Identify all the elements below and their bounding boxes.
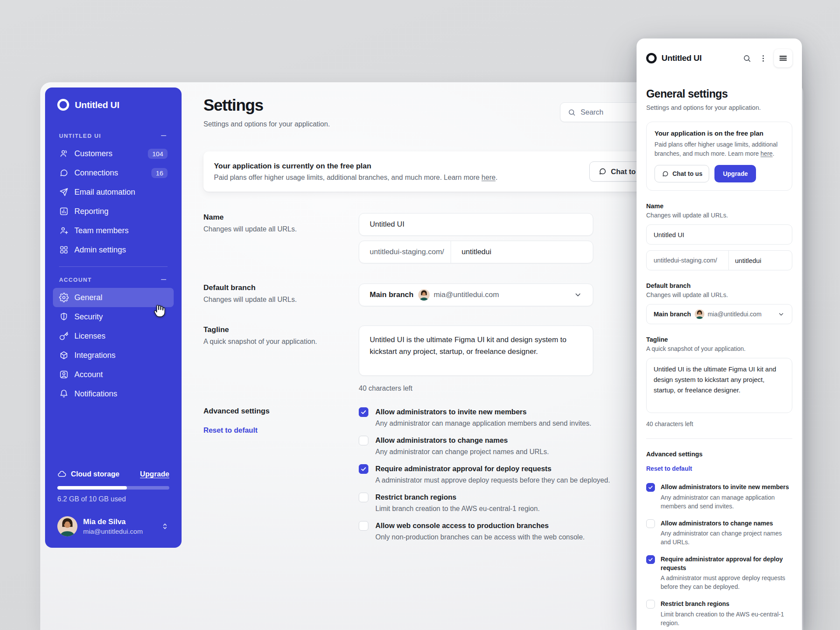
sidebar-item-label: Licenses: [74, 332, 105, 341]
storage-progressbar: [57, 486, 169, 490]
chat-bubble-icon: [598, 167, 607, 176]
app-name-input[interactable]: [359, 213, 593, 236]
learn-more-link[interactable]: here: [760, 150, 773, 157]
bell-icon: [59, 389, 69, 399]
checkbox[interactable]: [646, 555, 655, 564]
checkbox[interactable]: [359, 521, 368, 531]
tagline-textarea[interactable]: Untitled UI is the ultimate Figma UI kit…: [359, 326, 593, 376]
checkbox[interactable]: [359, 464, 368, 474]
sidebar-item-reporting[interactable]: Reporting: [53, 202, 174, 221]
sidebar-item-label: General: [74, 293, 102, 302]
branch-owner-email: mia@untitledui.com: [434, 290, 499, 299]
branch-row: Default branch Changes will update all U…: [203, 284, 665, 306]
storage-usage-text: 6.2 GB of 10 GB used: [57, 495, 169, 503]
option-title: Require administrator approval for deplo…: [661, 555, 792, 572]
user-square-icon: [59, 370, 69, 379]
default-branch-select[interactable]: Main branch mia@untitledui.com: [359, 284, 593, 306]
setting-option-restrict-branch-regions: Restrict branch regions Limit branch cre…: [359, 492, 665, 514]
sidebar-item-licenses[interactable]: Licenses: [53, 326, 174, 346]
cube-icon: [59, 350, 69, 360]
collapse-icon[interactable]: [160, 276, 168, 284]
sidebar-item-email-automation[interactable]: Email automation: [53, 182, 174, 202]
option-title: Allow web console access to production b…: [375, 521, 585, 530]
banner-body: Paid plans offer higher usage limits, ad…: [214, 174, 497, 182]
setting-option-restrict-branch-regions: Restrict branch regions Limit branch cre…: [646, 600, 792, 627]
checkbox[interactable]: [646, 600, 655, 609]
account-switcher[interactable]: Mia de Silva mia@untitledui.com: [53, 516, 174, 536]
field-label-branch: Default branch: [203, 284, 359, 292]
sidebar-item-label: Integrations: [74, 351, 116, 360]
sidebar-item-integrations[interactable]: Integrations: [53, 346, 174, 365]
free-plan-banner: Your application is currently on the fre…: [203, 151, 665, 192]
setting-option-allow-web-console-access-to-production-b: Allow web console access to production b…: [359, 521, 665, 542]
mobile-free-plan-card: Your application is on the free plan Pai…: [646, 122, 792, 191]
sidebar-section-untitled-ui: UNTITLED UI Customers 104 Connections 16…: [53, 129, 174, 259]
field-hint-branch: Changes will update all URLs.: [646, 291, 792, 298]
field-hint-tagline: A quick snapshot of your application.: [646, 345, 792, 352]
tagline-row: Tagline A quick snapshot of your applica…: [203, 326, 665, 392]
character-counter: 40 characters left: [359, 385, 593, 392]
chevron-down-icon: [777, 311, 785, 318]
setting-option-allow-administrators-to-change-names: Allow administrators to change names Any…: [359, 435, 665, 457]
sidebar-item-account[interactable]: Account: [53, 365, 174, 384]
checkbox[interactable]: [359, 436, 368, 445]
sidebar-item-notifications[interactable]: Notifications: [53, 384, 174, 403]
name-row: Name Changes will update all URLs. untit…: [203, 213, 665, 263]
sidebar-item-team-members[interactable]: Team members: [53, 221, 174, 240]
advanced-settings-label: Advanced settings: [203, 407, 359, 416]
checkbox[interactable]: [359, 407, 368, 417]
option-description: Any administrator can change project nam…: [375, 447, 549, 457]
advanced-settings-row: Advanced settings Reset to default Allow…: [203, 407, 665, 549]
upgrade-button[interactable]: Upgrade: [714, 165, 756, 182]
option-title: Restrict branch regions: [661, 600, 792, 609]
sidebar-section-account: ACCOUNT General Security Licenses Integr…: [53, 273, 174, 403]
tagline-textarea[interactable]: Untitled UI is the ultimate Figma UI kit…: [646, 358, 792, 413]
chat-to-us-button[interactable]: Chat to us: [654, 165, 709, 182]
chat-bubble-icon: [662, 170, 669, 178]
menu-icon: [778, 53, 788, 63]
url-prefix: untitledui-staging.com/: [359, 241, 451, 263]
avatar: [418, 289, 430, 301]
url-slug-input[interactable]: [451, 241, 593, 263]
count-badge: 104: [148, 149, 168, 159]
character-counter: 40 characters left: [646, 420, 792, 427]
sidebar-item-connections[interactable]: Connections 16: [53, 163, 174, 182]
reset-to-default-link[interactable]: Reset to default: [203, 426, 258, 434]
setting-option-allow-administrators-to-change-names: Allow administrators to change names Any…: [646, 519, 792, 547]
learn-more-link[interactable]: here: [482, 174, 496, 181]
sidebar-item-label: Connections: [74, 168, 118, 178]
upgrade-link[interactable]: Upgrade: [140, 470, 169, 478]
sidebar-item-customers[interactable]: Customers 104: [53, 144, 174, 163]
message-chat-icon: [59, 168, 69, 178]
setting-option-require-administrator-approval-for-deplo: Require administrator approval for deplo…: [359, 464, 665, 485]
app-name-input[interactable]: [646, 224, 792, 245]
option-description: Only non-production branches can be acce…: [375, 532, 585, 542]
mobile-preview-panel: Untitled UI General settings Settings an…: [637, 38, 802, 630]
default-branch-select[interactable]: Main branch mia@untitledui.com: [646, 304, 792, 324]
user-email: mia@untitledui.com: [83, 528, 143, 536]
sidebar-item-label: Reporting: [74, 207, 108, 216]
chevron-selector-icon[interactable]: [161, 522, 169, 531]
url-slug-input[interactable]: [729, 251, 792, 270]
page-title: Settings: [203, 96, 330, 115]
kebab-menu-icon[interactable]: [759, 54, 768, 63]
field-label-name: Name: [646, 203, 792, 210]
hamburger-menu-button[interactable]: [774, 49, 792, 67]
checkbox[interactable]: [359, 493, 368, 502]
sidebar-item-admin-settings[interactable]: Admin settings: [53, 240, 174, 259]
banner-title: Your application is on the free plan: [654, 130, 784, 137]
checkbox[interactable]: [646, 483, 655, 492]
search-icon[interactable]: [742, 54, 752, 63]
grid-icon: [59, 245, 69, 255]
option-description: Limit branch creation to the AWS eu-cent…: [661, 610, 792, 627]
section-label: UNTITLED UI: [59, 133, 101, 139]
checkbox[interactable]: [646, 519, 655, 528]
gear-icon: [59, 293, 69, 302]
collapse-icon[interactable]: [160, 132, 168, 140]
option-title: Allow administrators to invite new membe…: [375, 407, 592, 416]
reset-to-default-link[interactable]: Reset to default: [646, 465, 692, 472]
setting-option-allow-administrators-to-invite-new-membe: Allow administrators to invite new membe…: [359, 407, 665, 428]
branch-owner-email: mia@untitledui.com: [707, 311, 761, 318]
sidebar-item-label: Admin settings: [74, 245, 126, 255]
logo-icon: [646, 53, 657, 63]
